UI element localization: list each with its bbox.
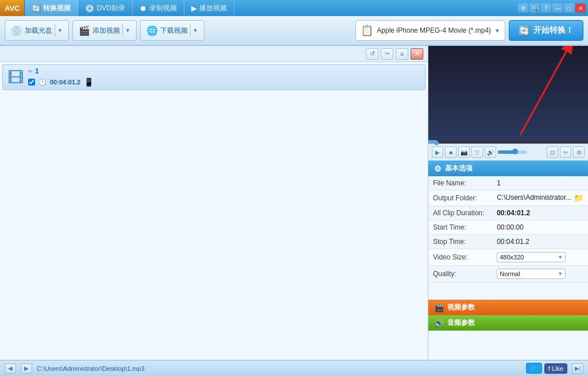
- load-disc-button[interactable]: 💿 加载光盘 ▼: [5, 20, 69, 41]
- audio-icon: 🔊: [434, 319, 444, 328]
- arrow-annotation: [428, 46, 588, 144]
- edit-icon: ✏: [28, 68, 33, 75]
- status-bar: ◀ ▶ C:\Users\Administrator\Desktop\1.mp3…: [0, 360, 588, 376]
- toolbar: 💿 加载光盘 ▼ 🎬 添加视频 ▼ 🌐 下载视频 ▼ 📋 Apple iPhon…: [0, 16, 588, 46]
- file-header: ✏ 1: [28, 67, 420, 75]
- tab-play[interactable]: ▶ 播放视频: [184, 0, 234, 16]
- refresh-icon: 🔄: [519, 25, 530, 36]
- convert-button[interactable]: 🔄 开始转换！: [509, 20, 583, 41]
- close-button[interactable]: ✕: [575, 3, 586, 13]
- download-video-button[interactable]: 🌐 下载视频 ▼: [140, 20, 204, 41]
- prop-start-time: Start Time: 00:00:00: [428, 220, 588, 235]
- list-view-button[interactable]: ≡: [396, 48, 408, 60]
- props-panel: ⚙ 基本选项 File Name: 1 Output Folder: C:\Us…: [428, 161, 588, 360]
- window-controls: ⚙ 🔍 ? — □ ✕: [516, 3, 588, 13]
- play-button[interactable]: ▶: [432, 146, 443, 158]
- twitter-button[interactable]: 🐦: [526, 363, 542, 374]
- close-file-button[interactable]: ✕: [411, 48, 423, 60]
- properties-table: File Name: 1 Output Folder: C:\Users\Adm…: [428, 176, 588, 282]
- prop-output-folder: Output Folder: C:\Users\Administrator...…: [428, 191, 588, 206]
- minimize-button[interactable]: —: [552, 3, 563, 13]
- load-disc-arrow[interactable]: ▼: [55, 24, 63, 37]
- video-size-select[interactable]: 480x320 ▼: [497, 252, 566, 262]
- prop-quality: Quality: Normal ▼: [428, 266, 588, 282]
- file-video-icon: 🎞: [7, 68, 24, 87]
- phone-icon: 📱: [84, 77, 94, 87]
- download-arrow[interactable]: ▼: [190, 24, 198, 37]
- search-button[interactable]: 🔍: [529, 3, 540, 13]
- add-video-arrow[interactable]: ▼: [122, 24, 130, 37]
- size-dropdown-arrow: ▼: [558, 254, 563, 260]
- social-buttons: 🐦 f Like: [526, 363, 567, 374]
- dvd-tab-icon: 💿: [85, 4, 94, 13]
- clip-button[interactable]: ✂: [560, 146, 571, 158]
- props-spacer: [428, 282, 588, 300]
- preview-area: [428, 46, 588, 144]
- fullscreen-button[interactable]: ⊡: [547, 146, 558, 158]
- file-panel: ↺ ✂ ≡ ✕ 🎞 ✏ 1 🕐 00:04:0: [0, 46, 428, 360]
- quality-select[interactable]: Normal ▼: [497, 269, 566, 279]
- refresh-list-button[interactable]: ↺: [366, 48, 378, 60]
- volume-button[interactable]: 🔊: [485, 146, 496, 158]
- facebook-button[interactable]: f Like: [544, 363, 567, 374]
- video-icon: 🎬: [434, 303, 444, 312]
- file-panel-toolbar: ↺ ✂ ≡ ✕: [0, 46, 428, 62]
- preview-controls: ▶ ■ 📷 ▽ 🔊 ⊡ ✂ ⚙: [428, 144, 588, 161]
- menu-button[interactable]: ▽: [471, 146, 483, 158]
- format-arrow: ▼: [494, 28, 500, 34]
- settings-button[interactable]: ⚙: [518, 3, 528, 13]
- tab-convert[interactable]: 🔄 转换视频: [25, 0, 78, 16]
- tab-record[interactable]: ⏺ 录制视频: [133, 0, 184, 16]
- browse-folder-button[interactable]: 📁: [574, 193, 583, 203]
- file-clock-icon: 🕐: [38, 79, 47, 86]
- svg-line-1: [520, 52, 566, 135]
- download-icon: 🌐: [146, 25, 158, 36]
- play-tab-icon: ▶: [191, 4, 197, 13]
- volume-slider[interactable]: [498, 150, 527, 154]
- video-params-header[interactable]: 🎬 视频参数: [428, 300, 588, 315]
- help-button[interactable]: ?: [541, 3, 551, 13]
- stop-button[interactable]: ■: [445, 146, 457, 158]
- settings-icon: ⚙: [434, 164, 442, 173]
- effects-button[interactable]: ⚙: [573, 146, 585, 158]
- basic-options-header[interactable]: ⚙ 基本选项: [428, 161, 588, 176]
- file-checkbox[interactable]: [28, 79, 35, 86]
- title-tabs: 🔄 转换视频 💿 DVD刻录 ⏺ 录制视频 ▶ 播放视频: [25, 0, 516, 16]
- title-bar: AVC 🔄 转换视频 💿 DVD刻录 ⏺ 录制视频 ▶ 播放视频 ⚙ 🔍 ? —…: [0, 0, 588, 16]
- format-icon: 📋: [361, 24, 373, 37]
- cut-button[interactable]: ✂: [381, 48, 393, 60]
- toolbar-right: 📋 Apple iPhone MPEG-4 Movie (*.mp4) ▼ 🔄 …: [355, 20, 583, 41]
- maximize-button[interactable]: □: [564, 3, 574, 13]
- prop-stop-time: Stop Time: 00:04:01.2: [428, 235, 588, 249]
- volume-handle: [512, 149, 518, 154]
- file-meta: 🕐 00:04:01.2 📱: [28, 77, 420, 87]
- app-logo: AVC: [0, 0, 25, 16]
- audio-params-header[interactable]: 🔊 音频参数: [428, 315, 588, 331]
- format-selector[interactable]: 📋 Apple iPhone MPEG-4 Movie (*.mp4) ▼: [355, 20, 505, 41]
- disc-icon: 💿: [11, 25, 22, 36]
- preview-progress-bar[interactable]: [428, 140, 588, 144]
- tab-dvd[interactable]: 💿 DVD刻录: [78, 0, 132, 16]
- file-list: 🎞 ✏ 1 🕐 00:04:01.2 📱: [0, 62, 428, 360]
- screenshot-button[interactable]: 📷: [458, 146, 470, 158]
- prop-filename: File Name: 1: [428, 176, 588, 191]
- nav-back-button[interactable]: ◀: [5, 363, 16, 374]
- quality-dropdown-arrow: ▼: [558, 271, 563, 277]
- record-tab-icon: ⏺: [140, 4, 147, 13]
- right-panel: ▶ ■ 📷 ▽ 🔊 ⊡ ✂ ⚙ ⚙ 基本选项 File Name: 1: [428, 46, 588, 360]
- add-video-icon: 🎬: [79, 25, 90, 36]
- prop-video-size: Video Size: 480x320 ▼: [428, 249, 588, 266]
- progress-dot: [434, 141, 439, 145]
- main-area: ↺ ✂ ≡ ✕ 🎞 ✏ 1 🕐 00:04:0: [0, 46, 588, 360]
- file-item: 🎞 ✏ 1 🕐 00:04:01.2 📱: [2, 64, 425, 90]
- nav-end-button[interactable]: ▶|: [572, 363, 583, 374]
- add-video-button[interactable]: 🎬 添加视频 ▼: [72, 20, 137, 41]
- nav-forward-button[interactable]: ▶: [21, 363, 32, 374]
- convert-tab-icon: 🔄: [32, 4, 41, 13]
- prop-clip-duration: All Clip Duration: 00:04:01.2: [428, 206, 588, 220]
